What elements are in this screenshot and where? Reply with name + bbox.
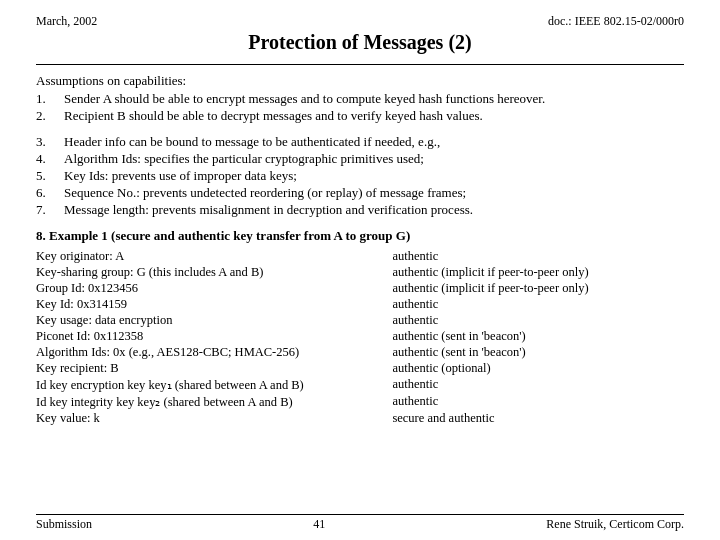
footer: Submission 41 Rene Struik, Certicom Corp… [36,514,684,532]
table-row: Key-sharing group: G (this includes A an… [36,264,684,280]
assumptions-label: Assumptions on capabilities: [36,73,684,89]
list-item: 1. Sender A should be able to encrypt me… [36,91,684,107]
list-item: 2. Recipient B should be able to decrypt… [36,108,684,124]
title-section: Protection of Messages (2) [36,31,684,54]
footer-author: Rene Struik, Certicom Corp. [546,517,684,532]
table-row: Id key encryption key key₁ (shared betwe… [36,376,684,393]
section8-header: 8. Example 1 (secure and authentic key t… [36,228,684,244]
item-num: 5. [36,168,64,184]
footer-submission: Submission [36,517,92,532]
header: March, 2002 doc.: IEEE 802.15-02/000r0 [36,14,684,29]
table-row: Key usage: data encryptionauthentic [36,312,684,328]
key-label: Group Id: 0x123456 [36,280,392,296]
key-value: secure and authentic [392,410,684,426]
item-num: 3. [36,134,64,150]
header-doc: doc.: IEEE 802.15-02/000r0 [548,14,684,29]
header-date: March, 2002 [36,14,97,29]
key-value: authentic [392,376,684,393]
list-item: 6. Sequence No.: prevents undetected reo… [36,185,684,201]
key-label: Key Id: 0x314159 [36,296,392,312]
table-row: Id key integrity key key₂ (shared betwee… [36,393,684,410]
page-title: Protection of Messages (2) [36,31,684,54]
item-text: Header info can be bound to message to b… [64,134,440,150]
list-item: 5. Key Ids: prevents use of improper dat… [36,168,684,184]
divider [36,64,684,65]
key-table: Key originator: AauthenticKey-sharing gr… [36,248,684,426]
key-label: Algorithm Ids: 0x (e.g., AES128-CBC; HMA… [36,344,392,360]
key-label: Key usage: data encryption [36,312,392,328]
item-text: Key Ids: prevents use of improper data k… [64,168,297,184]
key-label: Piconet Id: 0x112358 [36,328,392,344]
key-value: authentic [392,393,684,410]
key-value: authentic (sent in 'beacon') [392,328,684,344]
table-row: Key value: ksecure and authentic [36,410,684,426]
key-value: authentic [392,296,684,312]
footer-page: 41 [313,517,325,532]
key-label: Id key encryption key key₁ (shared betwe… [36,376,392,393]
key-value: authentic (optional) [392,360,684,376]
assumptions-list: 1. Sender A should be able to encrypt me… [36,91,684,124]
item-num: 6. [36,185,64,201]
key-value: authentic (implicit if peer-to-peer only… [392,264,684,280]
table-row: Group Id: 0x123456authentic (implicit if… [36,280,684,296]
item-num: 7. [36,202,64,218]
list-item: 7. Message length: prevents misalignment… [36,202,684,218]
table-row: Key Id: 0x314159authentic [36,296,684,312]
key-label: Id key integrity key key₂ (shared betwee… [36,393,392,410]
key-value: authentic [392,312,684,328]
table-row: Key originator: Aauthentic [36,248,684,264]
key-label: Key recipient: B [36,360,392,376]
key-label: Key-sharing group: G (this includes A an… [36,264,392,280]
item-text: Sequence No.: prevents undetected reorde… [64,185,466,201]
numbered-list: 3. Header info can be bound to message t… [36,134,684,218]
page: March, 2002 doc.: IEEE 802.15-02/000r0 P… [0,0,720,540]
key-value: authentic (sent in 'beacon') [392,344,684,360]
table-row: Key recipient: Bauthentic (optional) [36,360,684,376]
key-value: authentic (implicit if peer-to-peer only… [392,280,684,296]
list-item: 4. Algorithm Ids: specifies the particul… [36,151,684,167]
item-text: Message length: prevents misalignment in… [64,202,473,218]
list-item: 3. Header info can be bound to message t… [36,134,684,150]
key-label: Key value: k [36,410,392,426]
table-row: Algorithm Ids: 0x (e.g., AES128-CBC; HMA… [36,344,684,360]
key-value: authentic [392,248,684,264]
item-text: Algorithm Ids: specifies the particular … [64,151,424,167]
item-text: Sender A should be able to encrypt messa… [64,91,545,107]
key-label: Key originator: A [36,248,392,264]
item-num: 1. [36,91,64,107]
table-row: Piconet Id: 0x112358authentic (sent in '… [36,328,684,344]
item-num: 4. [36,151,64,167]
item-num: 2. [36,108,64,124]
item-text: Recipient B should be able to decrypt me… [64,108,483,124]
